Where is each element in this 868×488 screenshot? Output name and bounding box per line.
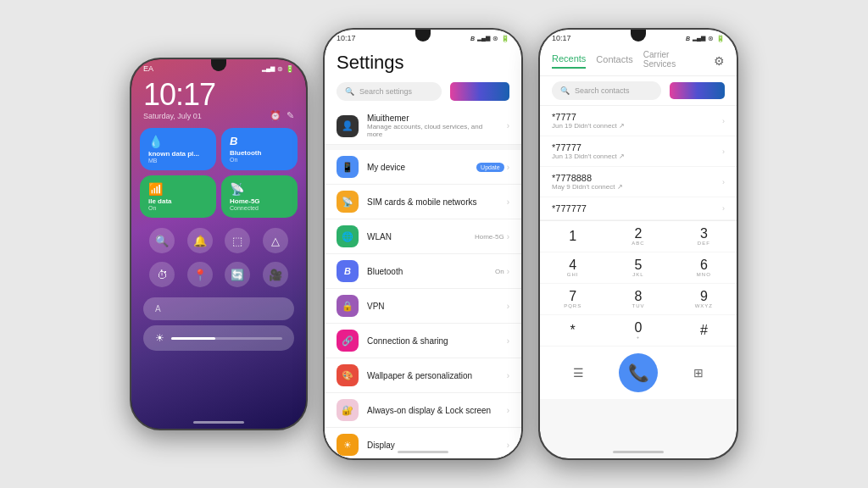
settings-item-bluetooth[interactable]: B Bluetooth On › bbox=[325, 254, 521, 289]
home-indicator-1[interactable] bbox=[193, 421, 244, 424]
dialer-wifi-icon: ⊛ bbox=[708, 35, 714, 42]
data-sub: MB bbox=[148, 158, 208, 164]
recent-chevron-1: › bbox=[722, 117, 725, 125]
recent-info-1: *7777 Jun 19 Didn't connect ↗ bbox=[552, 112, 722, 130]
bluetooth-tile-label: Bluetooth bbox=[230, 149, 289, 157]
miuithemer-icon-symbol: 👤 bbox=[342, 120, 353, 131]
dial-pad: 1 2 ABC 3 DEF 4 GHI 5 JKL 6 MNO bbox=[540, 220, 737, 347]
display-text: Display bbox=[367, 441, 498, 450]
lockscreen-text: Always-on display & Lock screen bbox=[367, 406, 498, 415]
recent-info-4: *777777 bbox=[552, 203, 722, 214]
key-6[interactable]: 6 MNO bbox=[671, 252, 737, 284]
sim-chevron: › bbox=[507, 197, 509, 207]
home-indicator-3[interactable] bbox=[613, 451, 664, 453]
edit-icon[interactable]: ✎ bbox=[287, 110, 294, 121]
settings-item-wlan[interactable]: 🌐 WLAN Home-5G › bbox=[325, 219, 521, 254]
carrier-label: EA bbox=[143, 64, 153, 73]
key-5[interactable]: 5 JKL bbox=[605, 252, 670, 284]
vpn-icon: 🔒 bbox=[337, 295, 359, 317]
cc-search-bar[interactable]: A bbox=[143, 297, 294, 320]
key-hash[interactable]: # bbox=[671, 315, 737, 347]
dialer-search-bar[interactable]: 🔍 Search contacts bbox=[552, 81, 661, 100]
key-3[interactable]: 3 DEF bbox=[671, 221, 737, 252]
quick-icons-row-1: 🔍 🔔 ⬚ △ bbox=[131, 223, 306, 258]
connection-label: Connection & sharing bbox=[367, 336, 498, 346]
settings-item-vpn[interactable]: 🔒 VPN › bbox=[325, 289, 521, 324]
connection-text: Connection & sharing bbox=[367, 336, 498, 346]
key-8[interactable]: 8 TUV bbox=[605, 284, 670, 315]
brightness-bar bbox=[171, 337, 282, 340]
wifi-tile[interactable]: 📡 Home-5G Connected bbox=[221, 175, 298, 218]
miuithemer-text: Miuithemer Manage accounts, cloud servic… bbox=[367, 114, 498, 138]
tab-contacts[interactable]: Contacts bbox=[596, 54, 632, 68]
vpn-chevron: › bbox=[507, 302, 509, 311]
sim-icon-symbol: 📡 bbox=[342, 197, 353, 208]
key-2[interactable]: 2 ABC bbox=[605, 221, 670, 252]
dialer-battery-icon: 🔋 bbox=[716, 35, 725, 42]
key-3-num: 3 bbox=[700, 227, 708, 241]
recent-info-2: *77777 Jun 13 Didn't connect ↗ bbox=[552, 142, 722, 160]
wallpaper-text: Wallpaper & personalization bbox=[367, 371, 498, 380]
settings-item-wallpaper[interactable]: 🎨 Wallpaper & personalization › bbox=[325, 358, 521, 393]
key-9-letters: WXYZ bbox=[695, 303, 713, 308]
bluetooth-text: Bluetooth bbox=[367, 267, 487, 276]
dialer-settings-icon[interactable]: ⚙ bbox=[714, 54, 725, 68]
settings-decoration bbox=[450, 82, 509, 101]
wlan-right: Home-5G › bbox=[475, 232, 509, 241]
location-icon[interactable]: 📍 bbox=[187, 262, 213, 287]
connection-icon: 🔗 bbox=[337, 330, 359, 352]
key-4[interactable]: 4 GHI bbox=[540, 252, 605, 284]
data-tile[interactable]: 💧 known data pl... MB bbox=[140, 128, 216, 170]
bluetooth-label: Bluetooth bbox=[367, 267, 487, 276]
recent-chevron-3: › bbox=[722, 178, 725, 186]
notification-icon[interactable]: 🔔 bbox=[187, 228, 213, 253]
wlan-icon-symbol: 🌐 bbox=[342, 231, 353, 242]
key-7[interactable]: 7 PQRS bbox=[540, 284, 605, 315]
settings-item-connection[interactable]: 🔗 Connection & sharing › bbox=[325, 324, 521, 358]
video-icon[interactable]: 🎥 bbox=[263, 262, 288, 287]
search-icon-dialer: 🔍 bbox=[560, 86, 570, 95]
tab-carrier-services[interactable]: Carrier Services bbox=[643, 50, 704, 72]
bluetooth-tile[interactable]: B Bluetooth On bbox=[221, 128, 298, 170]
mobile-data-label: ile data bbox=[148, 197, 208, 205]
key-9[interactable]: 9 WXYZ bbox=[671, 284, 737, 315]
recent-item-3[interactable]: *7778888 May 9 Didn't connect ↗ › bbox=[540, 167, 737, 197]
call-button[interactable]: 📞 bbox=[619, 353, 658, 392]
tab-recents[interactable]: Recents bbox=[552, 53, 586, 69]
settings-item-my-device[interactable]: 📱 My device Update › bbox=[325, 150, 521, 185]
bluetooth-chevron: › bbox=[507, 267, 509, 276]
keypad-icon[interactable]: ⊞ bbox=[687, 361, 710, 385]
recent-item-1[interactable]: *7777 Jun 19 Didn't connect ↗ › bbox=[540, 106, 737, 136]
dialer-tabs-row: Recents Contacts Carrier Services ⚙ bbox=[540, 45, 737, 76]
screenshot-icon[interactable]: △ bbox=[263, 228, 288, 253]
menu-icon[interactable]: ☰ bbox=[566, 361, 590, 385]
settings-search-placeholder: Search settings bbox=[359, 87, 412, 96]
settings-item-lockscreen[interactable]: 🔐 Always-on display & Lock screen › bbox=[325, 393, 521, 428]
search-quick-icon[interactable]: 🔍 bbox=[149, 228, 175, 253]
brightness-control[interactable]: ☀ bbox=[143, 325, 294, 351]
lockscreen-icon-symbol: 🔐 bbox=[342, 405, 353, 416]
sync-icon[interactable]: 🔄 bbox=[225, 262, 250, 287]
data-icon: 💧 bbox=[148, 135, 208, 148]
timer-icon[interactable]: ⏱ bbox=[149, 262, 175, 287]
settings-item-display[interactable]: ☀ Display › bbox=[325, 428, 521, 458]
key-5-letters: JKL bbox=[632, 272, 643, 277]
display-icon: ☀ bbox=[337, 434, 359, 456]
key-1[interactable]: 1 bbox=[540, 221, 605, 252]
brightness-icon: ☀ bbox=[155, 332, 164, 344]
settings-search-bar[interactable]: 🔍 Search settings bbox=[337, 82, 442, 101]
home-indicator-2[interactable] bbox=[398, 451, 448, 453]
key-0[interactable]: 0 + bbox=[605, 315, 670, 347]
alarm-icon[interactable]: ⏰ bbox=[270, 110, 281, 121]
settings-item-miuithemer[interactable]: 👤 Miuithemer Manage accounts, cloud serv… bbox=[325, 108, 521, 145]
dialer-search-placeholder: Search contacts bbox=[575, 86, 630, 95]
settings-item-sim[interactable]: 📡 SIM cards & mobile networks › bbox=[325, 185, 521, 219]
key-star[interactable]: * bbox=[540, 315, 605, 347]
date-action-icons: ⏰ ✎ bbox=[270, 110, 294, 121]
screen-rotate-icon[interactable]: ⬚ bbox=[225, 228, 250, 253]
recent-item-2[interactable]: *77777 Jun 13 Didn't connect ↗ › bbox=[540, 136, 737, 167]
recent-item-4[interactable]: *777777 › bbox=[540, 197, 737, 220]
bluetooth-tile-icon: B bbox=[230, 135, 289, 147]
my-device-chevron: › bbox=[507, 163, 509, 172]
mobile-data-tile[interactable]: 📶 ile data On bbox=[140, 175, 216, 218]
